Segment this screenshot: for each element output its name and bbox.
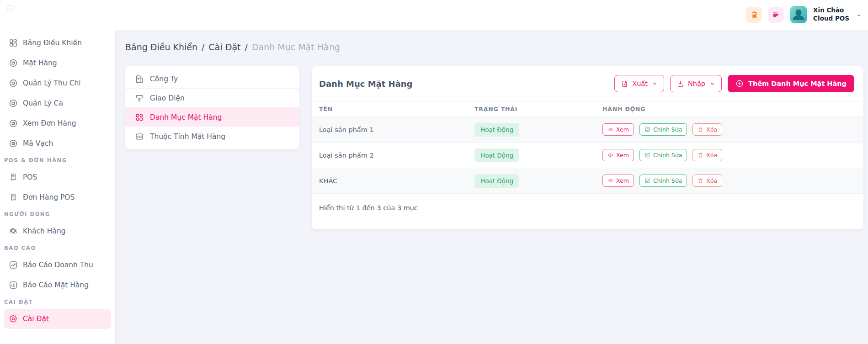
- column-header-name: TÊN: [312, 101, 467, 117]
- settings-menu-item-label: Giao Diện: [150, 94, 185, 102]
- edit-button-label: Chỉnh Sửa: [653, 152, 682, 159]
- delete-button[interactable]: Xóa: [692, 175, 722, 187]
- cards-row: Công TyGiao DiệnDanh Mục Mặt HàngThuộc T…: [125, 66, 863, 229]
- plus-circle-icon: [735, 79, 744, 88]
- attributes-icon: [135, 132, 144, 141]
- view-button-label: Xem: [616, 126, 629, 133]
- sidebar-item-ma-vach[interactable]: Mã Vạch: [0, 133, 115, 153]
- sidebar-item-label: Mã Vạch: [23, 139, 53, 148]
- sidebar-item-label: Đơn Hàng POS: [23, 193, 75, 201]
- settings-menu-item-giao-dien[interactable]: Giao Diện: [125, 88, 299, 107]
- sidebar-item-label: Bảng Điều Khiển: [23, 39, 82, 47]
- status-badge: Hoạt Động: [474, 174, 519, 188]
- export-button[interactable]: Xuất: [614, 75, 664, 92]
- topbar-actions: Xin Chào Cloud POS: [746, 6, 862, 23]
- delete-button[interactable]: Xóa: [692, 123, 722, 136]
- theme-icon: [135, 94, 144, 103]
- edit-button-label: Chỉnh Sửa: [653, 177, 682, 184]
- eye-icon: [607, 152, 613, 158]
- breadcrumb-separator: /: [245, 42, 248, 52]
- settings-menu-item-cong-ty[interactable]: Công Ty: [125, 69, 299, 88]
- sidebar-item-khach-hang[interactable]: Khách Hàng: [0, 221, 115, 241]
- view-button[interactable]: Xem: [602, 123, 634, 136]
- sidebar-item-label: Xem Đơn Hàng: [23, 119, 76, 127]
- edit-button-label: Chỉnh Sửa: [653, 126, 682, 133]
- categories-icon: [135, 113, 144, 122]
- delete-button[interactable]: Xóa: [692, 149, 722, 161]
- settings-menu-item-danh-muc-mat-hang[interactable]: Danh Mục Mặt Hàng: [125, 107, 299, 127]
- breadcrumb-item[interactable]: Bảng Điều Khiển: [125, 42, 197, 52]
- settings-icon: [9, 314, 18, 323]
- sidebar-section-heading: NGƯỜI DÙNG: [0, 207, 115, 221]
- edit-button[interactable]: Chỉnh Sửa: [639, 123, 687, 136]
- revenue-report-icon: [9, 260, 18, 270]
- trash-icon: [698, 127, 703, 132]
- main-content: Bảng Điều Khiển/Cài Đặt/Danh Mục Mặt Hàn…: [115, 30, 868, 344]
- add-category-button[interactable]: Thêm Danh Mục Mặt Hàng: [728, 75, 854, 92]
- sidebar-item-label: POS: [23, 173, 37, 181]
- sidebar-item-label: Cài Đặt: [23, 315, 49, 323]
- trash-icon: [698, 152, 703, 158]
- sidebar-item-bao-cao-doanh-thu[interactable]: Báo Cáo Doanh Thu: [0, 255, 115, 275]
- view-button[interactable]: Xem: [602, 149, 634, 161]
- sidebar-nav: Bảng Điều KhiểnMặt HàngQuản Lý Thu ChiQu…: [0, 30, 115, 344]
- view-button-label: Xem: [616, 177, 629, 184]
- status-badge: Hoạt Động: [474, 148, 519, 162]
- product-report-icon: [9, 280, 18, 290]
- settings-menu-item-label: Danh Mục Mặt Hàng: [150, 113, 222, 122]
- edit-button[interactable]: Chỉnh Sửa: [639, 149, 687, 161]
- table-row: KHÁC Hoạt Động Xem Chỉnh Sửa Xóa: [312, 168, 863, 194]
- import-button[interactable]: Nhập: [670, 75, 722, 92]
- sidebar-item-bao-cao-mat-hang[interactable]: Báo Cáo Mặt Hàng: [0, 275, 115, 295]
- logo-placeholder-icon: [7, 5, 14, 11]
- sidebar-item-pos[interactable]: POS: [0, 167, 115, 187]
- eye-icon: [607, 127, 613, 132]
- import-button-label: Nhập: [688, 80, 705, 87]
- customers-icon: [9, 227, 18, 236]
- sidebar-item-quan-ly-ca[interactable]: Quản Lý Ca: [0, 93, 115, 113]
- add-category-button-label: Thêm Danh Mục Mặt Hàng: [748, 80, 847, 87]
- greeting-line2: Cloud POS: [813, 15, 849, 23]
- row-actions: Xem Chỉnh Sửa Xóa: [602, 175, 863, 187]
- export-button-label: Xuất: [632, 80, 648, 87]
- greeting-line1: Xin Chào: [813, 6, 849, 15]
- activity-icon-button[interactable]: [768, 7, 784, 23]
- column-header-status: TRẠNG THÁI: [467, 101, 595, 117]
- sidebar-item-label: Mặt Hàng: [23, 59, 57, 67]
- caret-down-icon[interactable]: [856, 13, 862, 18]
- panel-header: Danh Mục Mặt Hàng Xuất Nhập Thêm Da: [312, 66, 863, 101]
- sidebar-item-label: Báo Cáo Doanh Thu: [23, 261, 93, 269]
- trash-icon: [698, 178, 703, 184]
- sidebar-section-heading: POS & ĐƠN HÀNG: [0, 153, 115, 167]
- category-table: TÊN TRẠNG THÁI HÀNH ĐỘNG Loại sản phẩm 1…: [312, 101, 863, 194]
- sidebar-item-bang-dieu-khien[interactable]: Bảng Điều Khiển: [0, 33, 115, 53]
- product-icon: [9, 58, 18, 68]
- table-row: Loại sản phẩm 2 Hoạt Động Xem Chỉnh Sửa …: [312, 143, 863, 168]
- settings-menu-item-thuoc-tinh-mat-hang[interactable]: Thuộc Tính Mặt Hàng: [125, 127, 299, 146]
- breadcrumb-item[interactable]: Cài Đặt: [209, 42, 241, 52]
- journal-icon-button[interactable]: [746, 7, 762, 23]
- shift-icon: [9, 99, 18, 108]
- edit-button[interactable]: Chỉnh Sửa: [639, 175, 687, 187]
- cashflow-icon: [9, 79, 18, 88]
- sidebar-item-cai-dat[interactable]: Cài Đặt: [4, 309, 111, 329]
- chevron-down-icon: [709, 81, 715, 87]
- avatar[interactable]: [790, 6, 807, 23]
- chevron-down-icon: [652, 81, 658, 87]
- sidebar-item-xem-don-hang[interactable]: Xem Đơn Hàng: [0, 113, 115, 133]
- sidebar-item-quan-ly-thu-chi[interactable]: Quản Lý Thu Chi: [0, 73, 115, 93]
- orders-icon: [9, 119, 18, 128]
- user-greeting[interactable]: Xin Chào Cloud POS: [813, 6, 849, 23]
- table-row: Loại sản phẩm 1 Hoạt Động Xem Chỉnh Sửa …: [312, 117, 863, 143]
- eye-icon: [607, 178, 613, 184]
- row-actions: Xem Chỉnh Sửa Xóa: [602, 123, 863, 136]
- pos-icon: [9, 173, 18, 182]
- sidebar-item-don-hang-pos[interactable]: Đơn Hàng POS: [0, 187, 115, 207]
- sidebar-section-heading: BÁO CÁO: [0, 241, 115, 255]
- delete-button-label: Xóa: [706, 177, 717, 184]
- sidebar-item-label: Báo Cáo Mặt Hàng: [23, 281, 89, 289]
- view-button[interactable]: Xem: [602, 175, 634, 187]
- column-header-actions: HÀNH ĐỘNG: [595, 101, 863, 117]
- sidebar-item-label: Quản Lý Thu Chi: [23, 79, 81, 87]
- sidebar-item-mat-hang[interactable]: Mặt Hàng: [0, 53, 115, 73]
